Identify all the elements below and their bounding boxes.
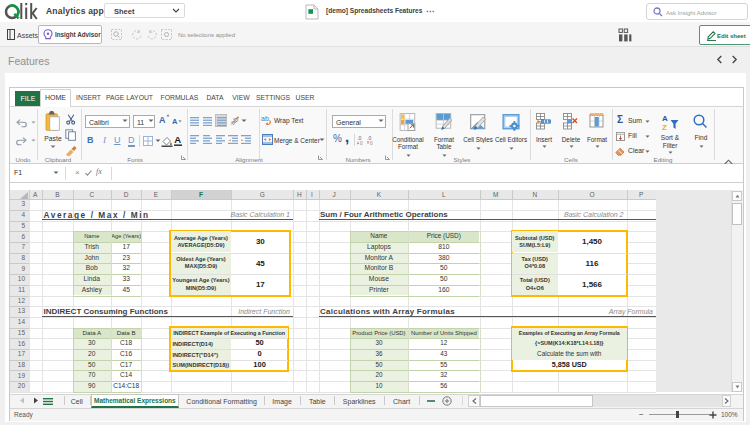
svg-text:0: 0 bbox=[360, 141, 363, 145]
svg-text:0: 0 bbox=[370, 141, 373, 145]
svg-text:Z: Z bbox=[662, 123, 667, 132]
svg-text:ab: ab bbox=[261, 115, 269, 122]
svg-text:A: A bbox=[174, 134, 181, 145]
